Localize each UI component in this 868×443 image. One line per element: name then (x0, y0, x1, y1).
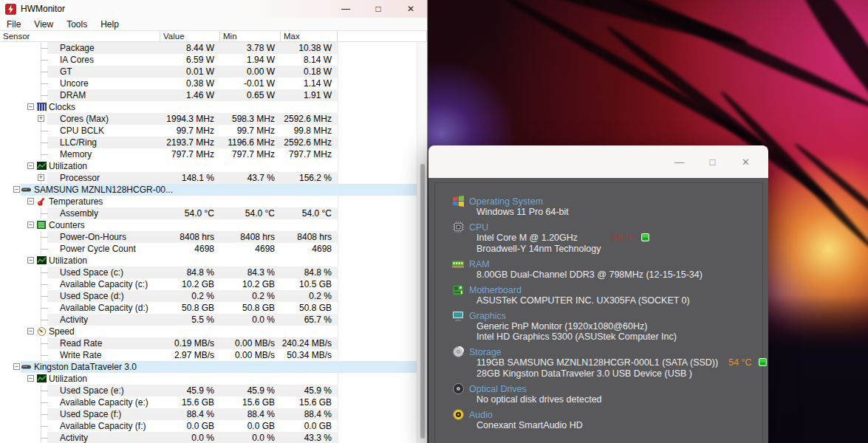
filler-cell (338, 148, 417, 160)
sensor-row[interactable]: Package8.44 W3.78 W10.38 W (0, 42, 417, 54)
sensor-row[interactable]: Activity0.0 %0.0 %43.3 % (0, 432, 417, 443)
window-title: HWMonitor (21, 4, 65, 14)
filler-cell (338, 196, 417, 207)
section-label[interactable]: CPU (469, 222, 488, 233)
sensor-row[interactable]: IA Cores6.59 W1.94 W8.14 W (0, 54, 417, 66)
menu-item-tools[interactable]: Tools (60, 19, 94, 30)
max-cell: 10.38 W (281, 42, 338, 54)
sensor-row[interactable]: Available Capacity (d:)50.8 GB50.8 GB50.… (0, 302, 417, 314)
sensor-row[interactable]: Write Rate2.97 MB/s0.00 MB/s50.34 MB/s (0, 349, 417, 361)
expand-toggle-icon[interactable]: − (27, 328, 34, 334)
section-label[interactable]: Storage (469, 347, 502, 357)
section-label[interactable]: Motherboard (469, 285, 522, 295)
max-cell: 2592.6 MHz (281, 137, 338, 148)
sensor-name-cell: LLC/Ring (0, 137, 160, 148)
detail-text: Conexant SmartAudio HD (476, 420, 583, 430)
device-row[interactable]: −SAMSUNG MZNLN128HCGR-00... (0, 184, 417, 196)
sensor-row[interactable]: Power-On-Hours8408 hrs8408 hrs8408 hrs (0, 231, 417, 243)
section-label[interactable]: Graphics (469, 311, 506, 321)
group-label: Speed (49, 326, 75, 337)
scrollbar-thumb[interactable] (420, 164, 425, 439)
min-cell: 0.0 % (220, 314, 281, 326)
group-row[interactable]: −Utilization (0, 373, 417, 385)
menu-item-view[interactable]: View (27, 19, 60, 30)
expand-toggle-icon[interactable]: − (27, 257, 34, 264)
group-row[interactable]: −Temperatures (0, 196, 417, 207)
value-cell: 2.97 MB/s (160, 349, 220, 361)
sensor-row[interactable]: GT0.01 W0.00 W0.18 W (0, 66, 417, 78)
section-label[interactable]: Optical Drives (469, 384, 527, 394)
sensor-row[interactable]: LLC/Ring2193.7 MHz1196.6 MHz2592.6 MHz (0, 137, 417, 148)
value-cell: 8.44 W (160, 42, 220, 54)
speccy-titlebar[interactable]: —□✕ (428, 145, 768, 178)
expand-toggle-icon[interactable]: + (38, 115, 44, 122)
sensor-row[interactable]: Memory797.7 MHz797.7 MHz797.7 MHz (0, 148, 417, 160)
expand-toggle-icon[interactable]: + (38, 174, 44, 181)
sensor-row[interactable]: Available Capacity (c:)10.2 GB10.2 GB10.… (0, 278, 417, 290)
filler-cell (338, 207, 417, 219)
group-row[interactable]: −Counters (0, 219, 417, 231)
expand-toggle-icon[interactable]: − (27, 222, 34, 228)
device-row[interactable]: −Kingston DataTraveler 3.0 (0, 361, 417, 373)
sensor-row[interactable]: Used Space (d:)0.2 %0.2 %0.2 % (0, 290, 417, 302)
tree-line (41, 320, 48, 320)
sensor-row[interactable]: Power Cycle Count469846984698 (0, 243, 417, 255)
sensor-row[interactable]: Available Capacity (f:)0.0 GB0.0 GB0.0 G… (0, 420, 417, 432)
sensor-name-cell: Read Rate (0, 337, 160, 349)
group-row[interactable]: −Speed (0, 326, 417, 337)
sensor-row[interactable]: Available Capacity (e:)15.6 GB15.6 GB15.… (0, 396, 417, 408)
min-cell (220, 255, 281, 267)
filler-cell (338, 66, 417, 78)
expand-toggle-icon[interactable]: − (27, 375, 34, 382)
section-label[interactable]: Audio (469, 410, 493, 420)
sensor-row[interactable]: Assembly54.0 °C54.0 °C54.0 °C (0, 207, 417, 219)
min-cell: 0.00 MB/s (220, 337, 281, 349)
group-row[interactable]: −Utilization (0, 255, 417, 267)
group-row[interactable]: −Clocks (0, 101, 417, 113)
expand-toggle-icon[interactable]: − (13, 363, 20, 370)
filler-cell (338, 278, 417, 290)
sensor-row[interactable]: DRAM1.46 W0.65 W1.91 W (0, 89, 417, 101)
sensor-row[interactable]: Used Space (e:)45.9 %45.9 %45.9 % (0, 385, 417, 396)
sensor-name-cell: GT (0, 66, 160, 78)
maximize-button[interactable]: □ (362, 4, 394, 14)
sensor-row[interactable]: Used Space (f:)88.4 %88.4 %88.4 % (0, 408, 417, 420)
sensor-row[interactable]: Uncore0.38 W-0.01 W1.14 W (0, 78, 417, 89)
sensor-row[interactable]: Activity5.5 %0.0 %65.7 % (0, 314, 417, 326)
section-label[interactable]: RAM (469, 259, 490, 269)
sensor-row[interactable]: +Processor148.1 %43.7 %156.2 % (0, 172, 417, 184)
sensor-label: DRAM (60, 89, 86, 101)
column-header-value[interactable]: Value (160, 31, 220, 41)
speed-icon (37, 327, 47, 336)
close-button[interactable]: ✕ (394, 4, 427, 14)
max-cell (281, 196, 338, 207)
sensor-row[interactable]: +Cores (Max)1994.3 MHz598.3 MHz2592.6 MH… (0, 113, 417, 125)
sensor-name-cell: −Clocks (0, 101, 160, 113)
expand-toggle-icon[interactable]: − (27, 162, 34, 169)
sensor-row[interactable]: Read Rate0.19 MB/s0.00 MB/s240.24 MB/s (0, 337, 417, 349)
value-cell: 0.01 W (160, 66, 220, 78)
tree-line (41, 402, 48, 403)
sensor-row[interactable]: Used Space (c:)84.8 %84.3 %84.8 % (0, 267, 417, 278)
sensor-name-cell: Available Capacity (e:) (0, 396, 160, 408)
column-header-sensor[interactable]: Sensor (0, 31, 160, 41)
hwmonitor-titlebar[interactable]: HWMonitor —□✕ (0, 0, 427, 18)
menu-item-help[interactable]: Help (94, 19, 126, 30)
sensor-name-cell: −Speed (0, 326, 160, 337)
sensor-row[interactable]: CPU BCLK99.7 MHz99.7 MHz99.8 MHz (0, 125, 417, 137)
group-row[interactable]: −Utilization (0, 160, 417, 172)
expand-toggle-icon[interactable]: − (27, 198, 34, 205)
minimize-button[interactable]: — (663, 157, 696, 168)
expand-toggle-icon[interactable]: − (27, 103, 34, 110)
sensor-name-cell: −SAMSUNG MZNLN128HCGR-00... (0, 184, 160, 196)
vertical-scrollbar[interactable] (417, 42, 427, 443)
column-header-max[interactable]: Max (281, 31, 338, 41)
section-label[interactable]: Operating System (469, 196, 543, 207)
value-cell (160, 255, 220, 267)
minimize-button[interactable]: — (329, 4, 362, 14)
maximize-button[interactable]: □ (696, 157, 729, 168)
expand-toggle-icon[interactable]: − (13, 186, 20, 193)
close-button[interactable]: ✕ (729, 157, 762, 168)
column-header-min[interactable]: Min (220, 31, 281, 41)
menu-item-file[interactable]: File (0, 19, 27, 30)
